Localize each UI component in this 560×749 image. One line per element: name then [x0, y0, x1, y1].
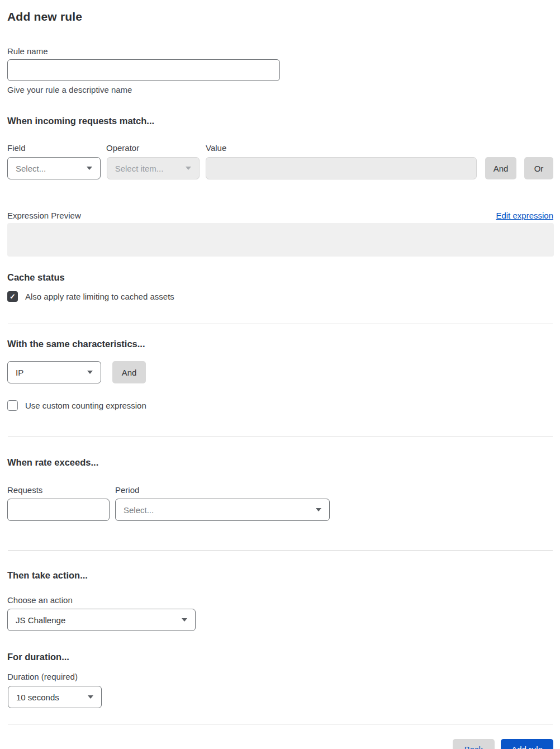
chevron-down-icon — [316, 508, 321, 511]
rule-name-helper: Give your rule a descriptive name — [7, 85, 553, 94]
value-input — [206, 157, 477, 179]
duration-select-value: 10 seconds — [16, 693, 59, 702]
and-condition-button[interactable]: And — [485, 157, 516, 179]
duration-label: Duration (required) — [7, 672, 553, 681]
operator-select: Select item... — [107, 157, 200, 179]
field-select[interactable]: Select... — [7, 157, 101, 179]
period-select-value: Select... — [124, 505, 154, 515]
chevron-down-icon — [182, 618, 187, 622]
action-select-value: JS Challenge — [16, 615, 65, 625]
characteristic-select[interactable]: IP — [7, 361, 101, 383]
rule-name-label: Rule name — [7, 46, 553, 56]
edit-expression-link[interactable]: Edit expression — [496, 211, 553, 220]
period-label: Period — [115, 485, 139, 495]
characteristic-select-value: IP — [16, 368, 23, 377]
chevron-down-icon — [87, 167, 92, 170]
characteristic-and-button[interactable]: And — [112, 361, 146, 383]
field-select-value: Select... — [16, 164, 46, 173]
add-rule-button[interactable]: Add rule — [501, 739, 553, 749]
custom-counting-checkbox[interactable] — [7, 400, 18, 411]
duration-select[interactable]: 10 seconds — [8, 686, 102, 708]
choose-action-label: Choose an action — [7, 595, 553, 605]
field-label: Field — [7, 143, 106, 153]
action-select[interactable]: JS Challenge — [7, 609, 196, 631]
characteristics-heading: With the same characteristics... — [7, 339, 553, 349]
value-label: Value — [206, 143, 226, 153]
section-divider — [8, 437, 553, 437]
rate-heading: When rate exceeds... — [7, 457, 553, 468]
cached-assets-checkbox-label: Also apply rate limiting to cached asset… — [25, 292, 174, 301]
custom-counting-checkbox-label: Use custom counting expression — [25, 401, 146, 410]
period-select[interactable]: Select... — [115, 499, 330, 521]
add-rule-form: Add new rule Rule name Give your rule a … — [0, 10, 560, 749]
expression-preview-label: Expression Preview — [7, 211, 81, 220]
match-section-heading: When incoming requests match... — [7, 116, 553, 126]
page-title: Add new rule — [7, 10, 553, 23]
requests-label: Requests — [7, 485, 115, 495]
chevron-down-icon — [88, 695, 93, 699]
cache-status-heading: Cache status — [7, 272, 553, 283]
expression-preview-box — [7, 223, 554, 257]
action-heading: Then take action... — [7, 570, 553, 581]
operator-select-value: Select item... — [115, 164, 164, 173]
rule-name-input[interactable] — [7, 59, 280, 81]
checkmark-icon: ✓ — [10, 293, 16, 300]
chevron-down-icon — [186, 167, 191, 170]
operator-label: Operator — [106, 143, 206, 153]
requests-input[interactable] — [7, 499, 110, 521]
or-condition-button[interactable]: Or — [524, 157, 553, 179]
back-button[interactable]: Back — [453, 739, 495, 749]
section-divider — [8, 324, 553, 324]
section-divider — [8, 550, 553, 551]
chevron-down-icon — [87, 371, 93, 374]
cached-assets-checkbox[interactable]: ✓ — [7, 291, 18, 302]
duration-heading: For duration... — [7, 652, 553, 662]
footer-divider — [8, 724, 553, 724]
